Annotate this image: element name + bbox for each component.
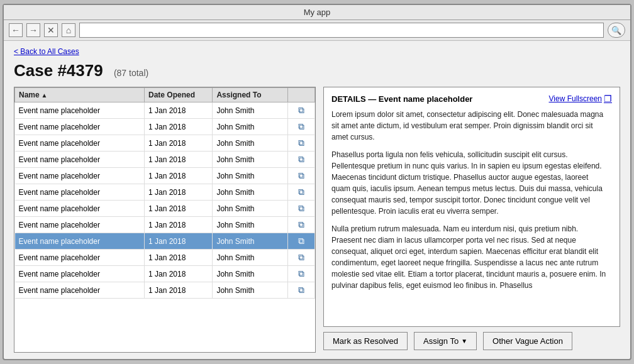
forward-button[interactable]: → [26,23,40,37]
open-record-icon[interactable]: ⧉ [298,236,304,246]
cell-action-icon[interactable]: ⧉ [287,152,314,168]
table-row[interactable]: Event name placeholder1 Jan 2018John Smi… [15,152,315,168]
app-window: My app ← → ✕ ⌂ 🔍 < Back to All Cases Cas… [3,4,631,360]
cell-assigned: John Smith [213,135,287,152]
cell-date: 1 Jan 2018 [144,102,212,119]
cell-action-icon[interactable]: ⧉ [287,201,314,217]
cell-date: 1 Jan 2018 [144,152,212,168]
table-row[interactable]: Event name placeholder1 Jan 2018John Smi… [15,201,315,217]
dropdown-arrow-icon: ▼ [461,338,467,345]
cell-name: Event name placeholder [15,168,145,184]
cell-name: Event name placeholder [15,119,145,135]
cell-date: 1 Jan 2018 [144,119,212,135]
cell-action-icon[interactable]: ⧉ [287,102,314,119]
col-header-assigned[interactable]: Assigned To [213,88,287,102]
col-header-name[interactable]: Name [15,88,145,102]
open-record-icon[interactable]: ⧉ [298,268,304,279]
open-record-icon[interactable]: ⧉ [298,187,304,197]
table-row[interactable]: Event name placeholder1 Jan 2018John Smi… [15,184,315,201]
cases-table: Name Date Opened Assigned To Event name … [14,87,315,299]
details-header: DETAILS — Event name placeholder View Fu… [331,94,612,104]
table-row[interactable]: Event name placeholder1 Jan 2018John Smi… [15,168,315,184]
cell-name: Event name placeholder [15,201,145,217]
cell-date: 1 Jan 2018 [144,217,212,233]
table-row[interactable]: Event name placeholder1 Jan 2018John Smi… [15,217,315,233]
cell-action-icon[interactable]: ⧉ [287,135,314,152]
assign-to-button[interactable]: Assign To ▼ [414,332,477,350]
cell-assigned: John Smith [213,217,287,233]
view-fullscreen-link[interactable]: View Fullscreen ❐ [549,94,612,104]
table-row[interactable]: Event name placeholder1 Jan 2018John Smi… [15,102,315,119]
cell-date: 1 Jan 2018 [144,201,212,217]
cell-action-icon[interactable]: ⧉ [287,282,314,299]
other-action-button[interactable]: Other Vague Action [483,332,572,350]
open-record-icon[interactable]: ⧉ [298,285,304,295]
details-paragraph: Nulla pretium rutrum malesuada. Nam eu i… [331,223,607,291]
mark-resolved-button[interactable]: Mark as Resolved [323,332,408,350]
cell-action-icon[interactable]: ⧉ [287,266,314,282]
cell-action-icon[interactable]: ⧉ [287,217,314,233]
cell-name: Event name placeholder [15,233,145,250]
open-record-icon[interactable]: ⧉ [298,154,304,164]
details-paragraph: Lorem ipsum dolor sit amet, consectetur … [331,109,607,143]
back-link[interactable]: < Back to All Cases [14,47,620,56]
cell-action-icon[interactable]: ⧉ [287,184,314,201]
open-record-icon[interactable]: ⧉ [298,219,304,229]
main-area: Name Date Opened Assigned To Event name … [14,87,620,353]
cell-assigned: John Smith [213,119,287,135]
cell-name: Event name placeholder [15,135,145,152]
table-scroll[interactable]: Name Date Opened Assigned To Event name … [14,87,315,352]
back-button[interactable]: ← [9,23,23,37]
cell-date: 1 Jan 2018 [144,233,212,250]
table-row[interactable]: Event name placeholder1 Jan 2018John Smi… [15,266,315,282]
table-row[interactable]: Event name placeholder1 Jan 2018John Smi… [15,250,315,266]
details-title: DETAILS — Event name placeholder [331,94,472,104]
address-bar[interactable] [79,23,604,38]
cell-date: 1 Jan 2018 [144,168,212,184]
cell-assigned: John Smith [213,168,287,184]
cell-date: 1 Jan 2018 [144,135,212,152]
table-row[interactable]: Event name placeholder1 Jan 2018John Smi… [15,135,315,152]
cell-assigned: John Smith [213,184,287,201]
cell-date: 1 Jan 2018 [144,250,212,266]
browser-toolbar: ← → ✕ ⌂ 🔍 [4,20,630,41]
cell-assigned: John Smith [213,282,287,299]
cell-action-icon[interactable]: ⧉ [287,119,314,135]
case-count: (87 total) [114,68,148,78]
cell-action-icon[interactable]: ⧉ [287,250,314,266]
details-paragraph: Phasellus porta ligula non felis vehicul… [331,149,607,217]
actions-bar: Mark as Resolved Assign To ▼ Other Vague… [323,327,620,353]
cell-date: 1 Jan 2018 [144,266,212,282]
fullscreen-icon: ❐ [604,94,612,104]
cell-name: Event name placeholder [15,282,145,299]
cell-action-icon[interactable]: ⧉ [287,233,314,250]
home-button[interactable]: ⌂ [62,23,75,37]
table-row[interactable]: Event name placeholder1 Jan 2018John Smi… [15,282,315,299]
cell-action-icon[interactable]: ⧉ [287,168,314,184]
cell-date: 1 Jan 2018 [144,184,212,201]
open-record-icon[interactable]: ⧉ [298,121,304,131]
col-header-date[interactable]: Date Opened [144,88,212,102]
details-panel: DETAILS — Event name placeholder View Fu… [323,87,620,353]
col-header-action [287,88,314,102]
cell-name: Event name placeholder [15,266,145,282]
table-row[interactable]: Event name placeholder1 Jan 2018John Smi… [15,119,315,135]
close-button[interactable]: ✕ [44,23,58,37]
cell-date: 1 Jan 2018 [144,282,212,299]
cases-table-panel: Name Date Opened Assigned To Event name … [14,87,316,353]
open-record-icon[interactable]: ⧉ [298,170,304,180]
open-record-icon[interactable]: ⧉ [298,252,304,262]
details-area: DETAILS — Event name placeholder View Fu… [323,87,620,327]
search-button[interactable]: 🔍 [608,23,625,38]
open-record-icon[interactable]: ⧉ [298,203,304,213]
cell-name: Event name placeholder [15,102,145,119]
title-bar: My app [4,5,630,20]
cell-assigned: John Smith [213,201,287,217]
cell-assigned: John Smith [213,102,287,119]
cell-assigned: John Smith [213,233,287,250]
window-title: My app [304,8,331,17]
open-record-icon[interactable]: ⧉ [298,138,304,148]
cell-assigned: John Smith [213,250,287,266]
table-row[interactable]: Event name placeholder1 Jan 2018John Smi… [15,233,315,250]
open-record-icon[interactable]: ⧉ [298,105,304,115]
